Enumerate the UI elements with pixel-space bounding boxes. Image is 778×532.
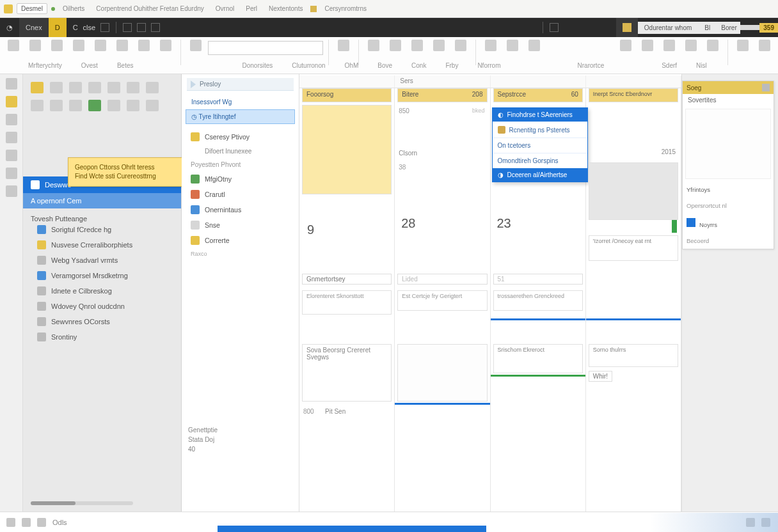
tool-1[interactable] <box>4 40 23 51</box>
nav-item-sub[interactable]: A opernonf Cem <box>23 193 181 208</box>
close-icon[interactable] <box>762 84 770 91</box>
tab-5[interactable]: Perl <box>242 4 261 13</box>
tab-6[interactable]: Nextentonts <box>265 4 306 13</box>
sub-10[interactable]: Nforrom <box>477 62 500 74</box>
tree-row-6[interactable]: Wdovey Qnrol oudcdnn <box>37 302 175 311</box>
cell-4-wlbl[interactable]: Whir! <box>589 371 612 382</box>
warn-icon[interactable] <box>623 23 631 32</box>
pal-3-icon[interactable] <box>69 82 82 93</box>
sub-4[interactable]: Donorsites <box>242 62 273 74</box>
search-input[interactable] <box>208 41 323 55</box>
pal-7-icon[interactable] <box>146 82 159 93</box>
cell-lbl-1[interactable]: Gnmertortsey <box>302 274 392 285</box>
tool-r2[interactable] <box>638 40 657 51</box>
cell-gold-4[interactable]: Inerpt Srcnc Eberdnovr <box>589 88 678 102</box>
tool-9[interactable] <box>186 40 205 51</box>
menu-item-2[interactable]: On tcetoers <box>493 137 587 153</box>
sub-11[interactable]: Nrarortce <box>578 62 605 74</box>
sub-12[interactable]: Sderf <box>662 62 677 74</box>
status-icon-1[interactable] <box>6 518 15 527</box>
sub-3[interactable]: Betes <box>117 62 134 74</box>
exp-row-4[interactable]: Crarutl <box>182 187 299 202</box>
tool-r4[interactable] <box>681 40 701 51</box>
tree-row-1[interactable]: Sorigtul fCredce hg <box>37 225 175 234</box>
pal-10-icon[interactable] <box>69 100 82 111</box>
tool-6[interactable] <box>113 40 132 51</box>
tool-2[interactable] <box>26 40 45 51</box>
tool-7[interactable] <box>134 40 154 51</box>
tool-r5[interactable] <box>703 40 722 51</box>
insp-titlebar[interactable]: Soeg <box>683 81 774 94</box>
exp-row-6[interactable]: Snse <box>182 217 299 233</box>
cell-yellow-1[interactable] <box>302 105 392 194</box>
tab-3[interactable]: Corpentrend Ouhither Fretan Edurdny <box>92 4 207 13</box>
cell-4-note[interactable]: 'Izorret /Onecoy eat rnt <box>589 235 678 261</box>
cell-2c[interactable] <box>397 344 487 402</box>
exp-row-7[interactable]: Correrte <box>182 233 299 248</box>
tool-18[interactable] <box>525 40 544 51</box>
pal-5-icon[interactable] <box>107 82 120 93</box>
exp-row-5[interactable]: Onernintaus <box>182 202 299 217</box>
sub-13[interactable]: Nisl <box>696 62 707 74</box>
menu-item-3[interactable]: Omondtireh Gorspins <box>493 153 587 168</box>
cell-lbl-2[interactable]: Lided <box>397 274 487 285</box>
tool-15[interactable] <box>451 40 470 51</box>
cell-1c[interactable]: Sova Beorsrg Crereret Svegws <box>302 344 392 402</box>
rail-3-icon[interactable] <box>6 114 17 125</box>
day-column-4[interactable]: Inerpt Srcnc Eberdnovr 2015 'Izorret /On… <box>586 88 681 512</box>
tool-16[interactable] <box>481 40 500 51</box>
cell-3c[interactable]: Srischom Ekreroct <box>493 344 583 373</box>
person-icon[interactable]: ◔ <box>0 24 19 32</box>
cell-gold-1[interactable]: Fooorsog <box>302 88 392 102</box>
tool-r1[interactable] <box>616 40 635 51</box>
pal-4-icon[interactable] <box>88 82 101 93</box>
cell-4-low[interactable]: Sorno thulrrs <box>589 344 678 367</box>
pal-2-icon[interactable] <box>50 82 63 93</box>
breadcrumb[interactable]: Presloy <box>187 78 294 91</box>
tree-row-5[interactable]: Idnete e Cilbreskog <box>37 286 175 295</box>
sub-8[interactable]: Conk <box>411 62 426 74</box>
tab-7[interactable]: Cersynromtrns <box>321 4 370 13</box>
exp-row-1[interactable]: Cseresy Ptivoy <box>182 129 299 145</box>
pal-1-icon[interactable] <box>31 82 44 93</box>
pal-6-icon[interactable] <box>127 82 139 93</box>
ribbon-account[interactable]: Odurentar whom <box>638 22 698 34</box>
sub-2[interactable]: Ovest <box>81 62 98 74</box>
tool-4[interactable] <box>69 40 88 51</box>
sub-9[interactable]: Frby <box>445 62 458 74</box>
tool-r7[interactable] <box>755 40 774 51</box>
tab-4[interactable]: Ovrnol <box>212 4 238 13</box>
exp-row-3[interactable]: MfgiOtny <box>182 171 299 187</box>
cell-gold-3[interactable]: Sepstrcce60 <box>493 88 583 102</box>
day-column-3[interactable]: Sepstrcce60 ◐ Finohdrse t SAereniers Rcn… <box>491 88 586 512</box>
tool-13[interactable] <box>408 40 427 51</box>
exp-selected[interactable]: ◷ Tyre Itihngtef <box>186 109 295 124</box>
pal-14-icon[interactable] <box>146 100 159 111</box>
ribbon-btn-c[interactable]: C <box>73 24 78 31</box>
ribbon-b1[interactable]: Bl <box>698 22 715 34</box>
pal-13-icon[interactable] <box>127 100 139 111</box>
rail-2-icon[interactable] <box>6 96 17 107</box>
pal-11-icon[interactable] <box>88 100 101 111</box>
sub-5[interactable]: Cluturronon <box>292 62 325 74</box>
tree-row-8[interactable]: Srontiny <box>37 332 175 341</box>
sub-6[interactable]: OhM <box>345 62 359 74</box>
tool-11[interactable] <box>364 40 383 51</box>
tree-row-2[interactable]: Nusvese Crreraliborphiets <box>37 240 175 249</box>
fx-icon[interactable] <box>151 23 160 32</box>
insp-link[interactable]: Noyrrs <box>683 214 774 233</box>
tool-12[interactable] <box>386 40 405 51</box>
cell-4-grey[interactable] <box>589 162 678 220</box>
cell-lbl-3[interactable]: 51 <box>493 274 583 285</box>
layout-icon[interactable] <box>137 23 146 32</box>
rail-4-icon[interactable] <box>6 132 17 143</box>
rail-5-icon[interactable] <box>6 150 17 161</box>
ribbon-b2[interactable]: Borer <box>715 22 740 34</box>
menu-footer[interactable]: ◑ Dceeren al/Airthertse <box>493 168 587 182</box>
tool-3[interactable] <box>47 40 67 51</box>
tool-5[interactable] <box>91 40 110 51</box>
tool-14[interactable] <box>429 40 449 51</box>
ribbon-brand[interactable]: Cnex <box>19 18 49 37</box>
menu-header[interactable]: ◐ Finohdrse t SAereniers <box>493 108 587 121</box>
tool-r3[interactable] <box>660 40 679 51</box>
